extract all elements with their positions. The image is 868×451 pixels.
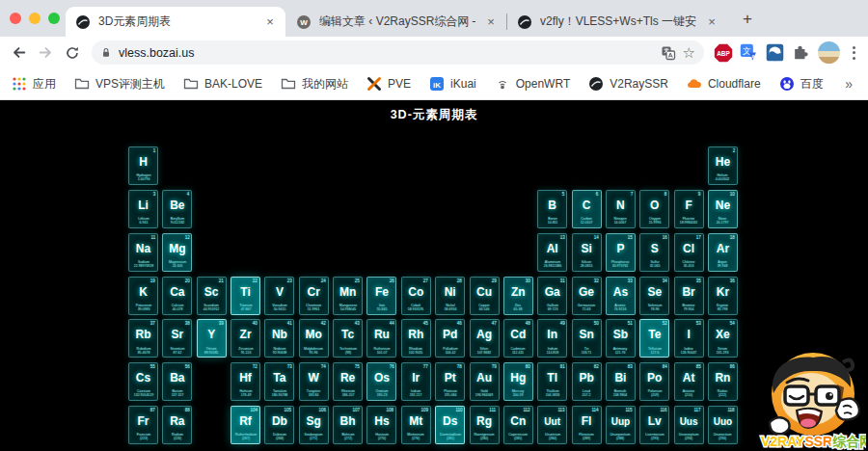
back-button[interactable] <box>6 40 31 66</box>
element-Ir[interactable]: 77IrIridium192.217 <box>401 362 431 401</box>
element-Pb[interactable]: 82PbLead207.2 <box>572 362 602 401</box>
tab-2[interactable]: v2fly！VLESS+Ws+Tls 一键安装× <box>507 7 727 37</box>
forward-button[interactable] <box>33 40 58 66</box>
element-Tl[interactable]: 81TlThallium204.3833 <box>537 362 567 401</box>
element-Rn[interactable]: 86RnRadon(222) <box>708 362 738 401</box>
element-Os[interactable]: 76OsOsmium190.23 <box>366 362 396 401</box>
element-Y[interactable]: 39YYttrium88.90585 <box>197 319 227 358</box>
element-Pt[interactable]: 78PtPlatinum195.084 <box>435 362 465 401</box>
element-P[interactable]: 15PPhosphorus30.973762 <box>606 233 636 272</box>
element-Xe[interactable]: 54XeXenon131.293 <box>708 319 738 358</box>
element-Bh[interactable]: 107BhBohrium(272) <box>333 406 363 444</box>
element-At[interactable]: 85AtAstatine(210) <box>674 362 704 401</box>
element-Cu[interactable]: 29CuCopper63.546 <box>470 277 500 315</box>
element-Ge[interactable]: 32GeGermanium72.63 <box>572 277 602 315</box>
bookmark-star-icon[interactable]: ☆ <box>683 45 695 60</box>
bookmark-BAK-LOVE[interactable]: BAK-LOVE <box>183 76 262 92</box>
element-Rf[interactable]: 104RfRutherfordium(267) <box>231 406 260 444</box>
element-S[interactable]: 16SSulfur32.065 <box>639 233 669 272</box>
element-Sg[interactable]: 106SgSeaborgium(271) <box>299 406 329 444</box>
element-Ne[interactable]: 10NeNeon20.1797 <box>708 190 738 228</box>
translate-page-icon[interactable] <box>661 45 676 61</box>
bookmark-应用[interactable]: 应用 <box>12 76 56 93</box>
tab-close-button[interactable]: × <box>262 14 278 30</box>
element-Db[interactable]: 105DbDubnium(268) <box>264 406 294 444</box>
element-Uus[interactable]: 117UusUnunseptium(294) <box>674 406 704 444</box>
close-window-button[interactable] <box>10 13 21 24</box>
element-Rg[interactable]: 111RgRoentgenium(280) <box>470 406 500 444</box>
element-Uup[interactable]: 115UupUnunpentium(288) <box>606 406 636 444</box>
element-In[interactable]: 49InIndium114.818 <box>537 319 567 358</box>
bookmark-百度[interactable]: 百度 <box>779 76 824 93</box>
element-Sr[interactable]: 38SrStrontium87.62 <box>162 319 192 358</box>
bookmark-iKuai[interactable]: iKiKuai <box>429 76 476 92</box>
element-W[interactable]: 74WTungsten183.84 <box>299 362 329 401</box>
element-Hf[interactable]: 72HfHafnium178.49 <box>231 362 260 401</box>
element-Ni[interactable]: 28NiNickel58.6934 <box>435 277 465 315</box>
reload-button[interactable] <box>60 40 85 66</box>
element-Se[interactable]: 34SeSelenium78.96 <box>639 277 669 315</box>
element-Ga[interactable]: 31GaGallium69.723 <box>537 277 567 315</box>
element-He[interactable]: 2HeHelium4.002602 <box>708 146 738 185</box>
element-Be[interactable]: 4BeBeryllium9.012182 <box>162 190 192 228</box>
element-As[interactable]: 33AsArsenic74.9216 <box>606 277 636 315</box>
element-Nb[interactable]: 41NbNiobium92.90638 <box>264 319 294 358</box>
element-Ar[interactable]: 18ArArgon39.948 <box>708 233 738 272</box>
element-Si[interactable]: 14SiSilicon28.0855 <box>572 233 602 272</box>
element-Cr[interactable]: 24CrChromium51.9961 <box>299 277 329 315</box>
element-Sn[interactable]: 50SnTin118.71 <box>572 319 602 358</box>
bookmark-V2RaySSR[interactable]: V2RaySSR <box>588 76 668 92</box>
element-Po[interactable]: 84PoPolonium(209) <box>639 362 669 401</box>
address-bar[interactable]: vless.bozai.us ☆ <box>92 40 704 65</box>
element-Fl[interactable]: 114FlFlerovium(289) <box>572 406 602 444</box>
fullscreen-window-button[interactable] <box>48 13 60 24</box>
translate-extension[interactable]: 文 A <box>737 40 761 65</box>
element-Mo[interactable]: 42MoMolybdenum95.96 <box>299 319 329 358</box>
element-H[interactable]: 1HHydrogen1.00794 <box>128 146 158 185</box>
element-Cs[interactable]: 55CsCaesium132.9054519 <box>128 362 158 401</box>
tab-0[interactable]: 3D元素周期表× <box>66 7 285 37</box>
element-Co[interactable]: 27CoCobalt58.933195 <box>401 277 431 315</box>
minimize-window-button[interactable] <box>29 13 41 24</box>
element-Re[interactable]: 75ReRhenium186.207 <box>333 362 363 401</box>
element-Au[interactable]: 79AuGold196.966569 <box>470 362 500 401</box>
element-Lv[interactable]: 116LvLivermorium(293) <box>639 406 669 444</box>
element-Ba[interactable]: 56BaBarium137.327 <box>162 362 192 401</box>
element-Fr[interactable]: 87FrFrancium(223) <box>128 406 158 444</box>
element-N[interactable]: 7NNitrogen14.0067 <box>606 190 636 228</box>
element-Cd[interactable]: 48CdCadmium112.411 <box>503 319 533 358</box>
bookmarks-overflow-chevron[interactable]: » <box>845 76 856 92</box>
browser-menu-button[interactable] <box>845 46 862 60</box>
element-Hg[interactable]: 80HgMercury200.59 <box>503 362 533 401</box>
element-Zn[interactable]: 30ZnZinc65.38 <box>503 277 533 315</box>
element-Hs[interactable]: 108HsHassium(270) <box>366 406 396 444</box>
element-Pd[interactable]: 46PdPalladium106.42 <box>435 319 465 358</box>
element-Li[interactable]: 3LiLithium6.941 <box>128 190 158 228</box>
element-Ag[interactable]: 47AgSilver107.8682 <box>470 319 500 358</box>
element-Uuo[interactable]: 118UuoUnunoctium(294) <box>708 406 738 444</box>
element-Ti[interactable]: 22TiTitanium47.867 <box>231 277 260 315</box>
element-C[interactable]: 6CCarbon12.0107 <box>572 190 602 228</box>
element-Mn[interactable]: 25MnManganese54.938045 <box>333 277 363 315</box>
element-Rb[interactable]: 37RbRubidium85.4678 <box>128 319 158 358</box>
element-Ra[interactable]: 88RaRadium(226) <box>162 406 192 444</box>
element-Cl[interactable]: 17ClChlorine35.453 <box>674 233 704 272</box>
element-Sc[interactable]: 21ScScandium44.955912 <box>197 277 227 315</box>
tab-1[interactable]: W编辑文章 ‹ V2RaySSR综合网 —× <box>286 7 506 37</box>
element-Te[interactable]: 52TeTellurium127.6 <box>639 319 669 358</box>
profile-avatar[interactable] <box>818 41 840 64</box>
adblock-plus-extension[interactable]: ABP <box>711 40 735 65</box>
element-O[interactable]: 8OOxygen15.9994 <box>639 190 669 228</box>
bookmark-Cloudflare[interactable]: Cloudflare <box>687 76 761 92</box>
bookmark-我的网站[interactable]: 我的网站 <box>281 76 348 93</box>
element-Ru[interactable]: 44RuRuthenium101.07 <box>366 319 396 358</box>
element-Rh[interactable]: 45RhRhodium102.9055 <box>401 319 431 358</box>
element-Ds[interactable]: 110DsDarmstadtium(281) <box>435 406 465 444</box>
element-Kr[interactable]: 36KrKrypton83.798 <box>708 277 738 315</box>
url-text[interactable]: vless.bozai.us <box>119 46 654 60</box>
element-Fe[interactable]: 26FeIron55.845 <box>366 277 396 315</box>
tab-close-button[interactable]: × <box>704 14 719 30</box>
element-Na[interactable]: 11NaSodium22.98976928 <box>128 233 158 272</box>
element-Al[interactable]: 13AlAluminium26.9815386 <box>537 233 567 272</box>
new-tab-button[interactable]: + <box>735 7 760 32</box>
